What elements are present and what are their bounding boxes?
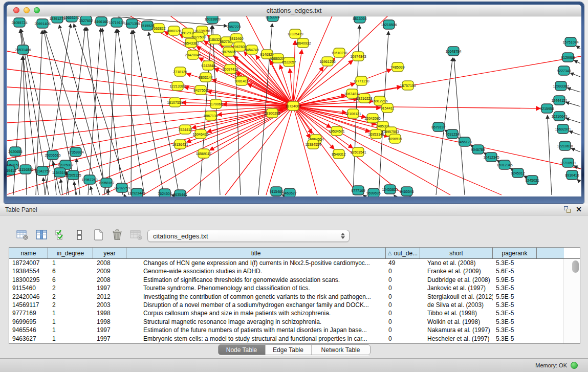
new-file-icon[interactable] <box>91 228 105 242</box>
table-row[interactable]: 1830029562008Estimation of significance … <box>9 276 580 284</box>
table-cell[interactable]: 1997 <box>93 284 126 292</box>
trash-icon[interactable] <box>110 228 124 242</box>
table-cell[interactable]: 5.3E-5 <box>493 284 537 292</box>
float-panel-icon[interactable] <box>564 206 571 213</box>
table-cell[interactable]: 18724007 <box>9 259 48 267</box>
table-cell[interactable]: de Silva et al. (2003) <box>420 301 493 309</box>
tab-node-table[interactable]: Node Table <box>219 345 266 355</box>
tab-edge-table[interactable]: Edge Table <box>266 345 312 355</box>
rows-icon[interactable] <box>72 228 86 242</box>
table-cell[interactable]: 0 <box>386 267 420 275</box>
table-cell[interactable]: Disruption of a novel member of a sodium… <box>126 301 386 309</box>
table-cell[interactable]: 2 <box>48 284 93 292</box>
table-cell[interactable]: 18300295 <box>9 276 48 284</box>
table-cell[interactable]: 2009 <box>93 267 126 275</box>
tab-network-table[interactable]: Network Table <box>312 345 370 355</box>
table-cell[interactable]: Estimation of significance thresholds fo… <box>126 276 386 284</box>
table-cell[interactable]: 5.3E-5 <box>493 259 537 267</box>
table-cell[interactable]: 22420046 <box>9 293 48 301</box>
table-cell[interactable]: 5.3E-5 <box>493 326 537 334</box>
table-cell[interactable]: 5.3E-5 <box>493 318 537 326</box>
column-header-out_de[interactable]: △out_de... <box>386 248 420 258</box>
column-header-title[interactable]: title <box>126 248 386 258</box>
table-header-row[interactable]: namein_degreeyeartitle△out_de...shortpag… <box>9 248 580 259</box>
table-cell[interactable]: 6 <box>48 276 93 284</box>
table-settings-icon[interactable] <box>15 228 30 242</box>
table-cell[interactable]: Dudbridge et al. (2008) <box>420 276 493 284</box>
table-cell[interactable]: 1997 <box>93 326 126 334</box>
table-cell[interactable]: 1 <box>48 335 93 343</box>
table-row[interactable]: 946362711997Embryonic stem cells: a mode… <box>9 335 580 343</box>
table-cell[interactable]: Franke et al. (2009) <box>420 267 493 275</box>
close-panel-icon[interactable]: ✕ <box>576 206 582 213</box>
table-cell[interactable]: 1 <box>48 309 93 317</box>
table-cell[interactable]: 1 <box>48 259 93 267</box>
table-cell[interactable]: Wolkin et al. (1998) <box>420 318 493 326</box>
table-cell[interactable]: 6 <box>48 267 93 275</box>
table-cell[interactable]: Hescheler et al. (1997) <box>420 335 493 343</box>
table-row[interactable]: 946554611997Estimation of the future num… <box>9 326 580 334</box>
table-cell[interactable]: 5.3E-5 <box>493 301 537 309</box>
graph-nodes[interactable]: 1872400776638228860128891293418226058982… <box>7 16 579 196</box>
table-cell[interactable]: Estimation of the future numbers of pati… <box>126 326 386 334</box>
table-cell[interactable]: 5.9E-5 <box>493 276 537 284</box>
minimize-window-icon[interactable] <box>24 7 30 13</box>
close-window-icon[interactable] <box>13 7 19 13</box>
table-cell[interactable]: 1998 <box>93 318 126 326</box>
table-cell[interactable]: 0 <box>386 301 420 309</box>
scrollbar-thumb[interactable] <box>572 260 579 273</box>
table-cell[interactable]: 5.3E-5 <box>493 335 537 343</box>
network-canvas[interactable]: 1872400776638228860128891293418226058982… <box>7 16 581 196</box>
table-cell[interactable]: 9465546 <box>9 326 48 334</box>
table-selector-dropdown[interactable]: citations_edges.txt <box>147 230 350 242</box>
column-header-in_degree[interactable]: in_degree <box>48 248 93 258</box>
memory-ok-indicator-icon[interactable] <box>571 362 578 369</box>
table-cell[interactable]: Embryonic stem cells: a model to study s… <box>126 335 386 343</box>
table-cell[interactable]: 2008 <box>93 276 126 284</box>
table-cell[interactable]: 1997 <box>93 335 126 343</box>
table-cell[interactable]: 9699695 <box>9 318 48 326</box>
table-cell[interactable]: 2 <box>48 301 93 309</box>
table-cell[interactable]: 2003 <box>93 301 126 309</box>
table-cell[interactable]: Corpus callosum shape and size in male p… <box>126 309 386 317</box>
column-header-name[interactable]: name <box>9 248 48 258</box>
table-cell[interactable]: 9777169 <box>9 309 48 317</box>
table-cell[interactable]: 5.5E-5 <box>493 293 537 301</box>
citation-network-graph[interactable]: 1872400776638228860128891293418226058982… <box>7 16 581 196</box>
table-cell[interactable]: 0 <box>386 284 420 292</box>
table-cell[interactable]: 2008 <box>93 259 126 267</box>
table-cell[interactable]: 0 <box>386 276 420 284</box>
zoom-window-icon[interactable] <box>34 7 40 13</box>
table-cell[interactable]: 19384554 <box>9 267 48 275</box>
network-window-frame[interactable]: citations_edges.txt 18724007766382288601… <box>4 2 584 203</box>
table-cell[interactable]: 0 <box>386 309 420 317</box>
table-cell[interactable]: 1 <box>48 326 93 334</box>
table-cell[interactable]: Structural magnetic resonance image aver… <box>126 318 386 326</box>
table-row[interactable]: 2242004622012Investigating the contribut… <box>9 293 580 301</box>
table-cell[interactable]: Changes of HCN gene expression and I(f) … <box>126 259 386 267</box>
row-selection-icon[interactable] <box>53 228 68 242</box>
table-cell[interactable]: 2012 <box>93 293 126 301</box>
table-cell[interactable]: 1998 <box>93 309 126 317</box>
table-cell[interactable]: Genome-wide association studies in ADHD. <box>126 267 386 275</box>
table-row[interactable]: 1872400712008Changes of HCN gene express… <box>9 259 580 267</box>
table-cell[interactable]: 5.6E-5 <box>493 267 537 275</box>
table-panel-header[interactable]: Table Panel ✕ <box>0 204 588 215</box>
table-row[interactable]: 1456911722003Disruption of a novel membe… <box>9 301 580 309</box>
table-cell[interactable]: Investigating the contribution of common… <box>126 293 386 301</box>
table-row[interactable]: 977716911998Corpus callosum shape and si… <box>9 309 580 317</box>
table-cell[interactable]: 0 <box>386 326 420 334</box>
table-row[interactable]: 1938455462009Genome-wide association stu… <box>9 267 580 275</box>
table-cell[interactable]: Nakamura et al. (1997) <box>420 326 493 334</box>
column-header-year[interactable]: year <box>93 248 126 258</box>
table-cell[interactable]: 0 <box>386 293 420 301</box>
table-row[interactable]: 911546021997Tourette syndrome. Phenomeno… <box>9 284 580 292</box>
table-cell[interactable]: 14569117 <box>9 301 48 309</box>
column-header-short[interactable]: short <box>420 248 493 258</box>
column-visibility-icon[interactable] <box>34 228 49 242</box>
table-cell[interactable]: 9115460 <box>9 284 48 292</box>
table-vertical-scrollbar[interactable] <box>563 259 580 343</box>
table-cell[interactable]: Stergiakouli et al. (2012) <box>420 293 493 301</box>
node-table[interactable]: namein_degreeyeartitle△out_de...shortpag… <box>9 247 580 344</box>
table-cell[interactable]: 49 <box>386 259 420 267</box>
